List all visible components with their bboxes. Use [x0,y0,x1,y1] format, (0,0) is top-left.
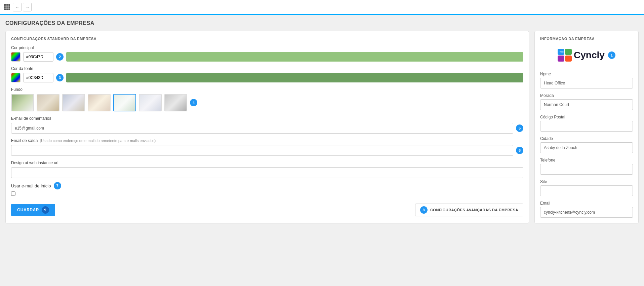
codigo-postal-input[interactable] [540,121,633,132]
email-saida-input-row: 6 [11,145,523,156]
nome-label: Npme [540,72,633,76]
email-comments-input[interactable] [11,123,513,134]
svg-rect-3 [565,56,572,62]
usar-email-label: Usar e-mail de início [11,183,51,188]
usar-email-checkbox-row [11,191,523,197]
fundo-badge: 4 [190,99,197,106]
email-input[interactable] [540,207,633,218]
telefone-input[interactable] [540,164,633,175]
fundo-thumb-6[interactable] [139,94,162,111]
page-title: CONFIGURAÇÕES DA EMPRESA [5,20,639,26]
advanced-button-badge: 8 [420,206,428,214]
design-url-label: Design at web instance url [11,160,523,165]
morada-label: Morada [540,93,633,98]
email-saida-row: Email de saída (Usado como endereço de e… [11,138,523,143]
font-color-label: Cor da fonte [11,66,523,71]
advanced-button-label: CONFIGURAÇÕES AVANÇADAS DA EMPRESA [430,208,518,212]
site-label: Site [540,179,633,184]
fundo-thumb-4[interactable] [88,94,111,111]
email-comments-row: 5 [11,123,523,134]
email-comments-badge: 5 [516,124,523,132]
usar-email-row: Usar e-mail de início 7 [11,182,523,189]
cyncly-logo: Cyncly [558,49,605,62]
telefone-label: Telefone [540,158,633,163]
nome-input[interactable] [540,78,633,88]
save-button[interactable]: GUARDAR 9 [11,204,55,216]
primary-color-row: 2 [11,52,523,62]
main-content: CONFIGURAÇÕES STANDARD DA EMPRESA Cor pr… [5,31,639,223]
primary-color-input[interactable] [23,52,53,62]
email-comments-label: E-mail de comentários [11,116,523,121]
save-button-label: GUARDAR [17,208,39,212]
right-section-title: INFORMAÇÃO DA EMPRESA [540,37,633,41]
fundo-label: Fundo [11,87,523,92]
primary-color-label: Cor principal [11,45,523,50]
fundo-row: 4 [11,94,523,111]
primary-color-bar [66,52,523,62]
cyncly-logo-text: Cyncly [574,50,605,61]
font-color-bar [66,73,523,82]
save-button-badge: 9 [42,206,49,214]
primary-color-badge: 2 [56,53,64,61]
cyncly-logo-icon [558,49,572,62]
left-panel: CONFIGURAÇÕES STANDARD DA EMPRESA Cor pr… [5,31,529,223]
right-panel: INFORMAÇÃO DA EMPRESA Cyncly 1 [534,31,639,223]
primary-color-swatch[interactable] [11,52,21,62]
font-color-badge: 3 [56,74,64,81]
font-color-row: 3 [11,73,523,82]
usar-email-checkbox[interactable] [11,191,15,196]
fundo-thumb-5[interactable] [113,94,136,111]
bottom-row: GUARDAR 9 8 CONFIGURAÇÕES AVANÇADAS DA E… [11,204,523,216]
usar-email-badge: 7 [54,182,61,189]
morada-input[interactable] [540,99,633,110]
page-wrapper: CONFIGURAÇÕES DA EMPRESA CONFIGURAÇÕES S… [0,15,644,229]
site-input[interactable] [540,185,633,196]
top-bar: ← → [0,0,644,15]
email-saida-input[interactable] [11,145,513,156]
svg-rect-1 [565,49,572,55]
fundo-thumb-3[interactable] [62,94,85,111]
fundo-thumb-2[interactable] [37,94,59,111]
cidade-label: Cidade [540,136,633,141]
design-url-input[interactable] [11,167,523,178]
codigo-postal-label: Código Postal [540,115,633,119]
back-button[interactable]: ← [13,3,22,11]
email-label: Email [540,201,633,206]
font-color-swatch[interactable] [11,73,21,82]
left-section-title: CONFIGURAÇÕES STANDARD DA EMPRESA [11,37,523,41]
email-saida-hint: (Usado como endereço de e-mail do remete… [40,139,156,143]
email-saida-badge: 6 [516,147,523,154]
apps-grid-icon[interactable] [4,4,10,10]
font-color-input[interactable] [23,73,53,82]
svg-rect-2 [558,56,564,62]
email-saida-label: Email de saída [11,138,38,143]
fundo-thumb-7[interactable] [164,94,187,111]
nav-buttons: ← → [13,3,32,11]
advanced-button[interactable]: 8 CONFIGURAÇÕES AVANÇADAS DA EMPRESA [415,204,523,216]
cidade-input[interactable] [540,142,633,153]
fundo-thumb-1[interactable] [11,94,34,111]
logo-badge: 1 [608,51,615,59]
forward-button[interactable]: → [23,3,32,11]
company-logo-area: Cyncly 1 [540,45,633,65]
